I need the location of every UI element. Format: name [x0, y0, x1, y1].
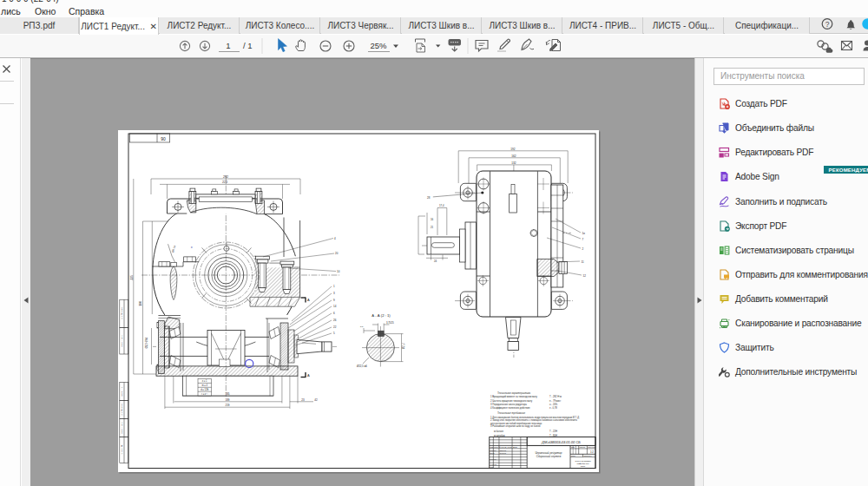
svg-text:20: 20: [335, 252, 339, 255]
svg-text:14: 14: [333, 305, 337, 308]
svg-text:Подп. и дата: Подп. и дата: [121, 422, 122, 434]
svg-text:189: 189: [225, 398, 229, 402]
svg-text:u - 20%: u - 20%: [549, 403, 558, 406]
svg-text:219: 219: [225, 404, 229, 407]
svg-text:3 Рабочивает открытие шли по б: 3 Рабочивает открытие шли по боду не бол…: [490, 424, 541, 428]
svg-text:Ø22,5 м6: Ø22,5 м6: [357, 364, 367, 368]
svg-text:d = 12Б: d = 12Б: [201, 388, 208, 391]
svg-text:Инв. № подл.: Инв. № подл.: [121, 306, 122, 319]
svg-text:з - 0,78: з - 0,78: [549, 406, 557, 410]
svg-text:1в: 1в: [582, 232, 586, 235]
svg-text:в: в: [191, 246, 193, 249]
svg-text:А: А: [307, 298, 310, 302]
svg-text:м батоке: м батоке: [494, 430, 503, 433]
svg-text:9: 9: [333, 299, 335, 302]
svg-text:Пров.: Пров.: [490, 452, 495, 454]
svg-text:292: 292: [223, 175, 228, 179]
svg-text:26: 26: [333, 319, 337, 322]
svg-text:21: 21: [431, 226, 434, 229]
svg-text:28: 28: [427, 196, 431, 200]
svg-text:для контроля чистобый перебова: для контроля чистобый перебования тельни…: [490, 422, 542, 425]
svg-text:ДМ-б3В003-03.01.00 СБ: ДМ-б3В003-03.01.00 СБ: [541, 440, 581, 444]
svg-text:Н.контр.: Н.контр.: [490, 463, 497, 465]
svg-text:Лист: Лист: [571, 455, 575, 456]
svg-text:1: 1: [226, 41, 230, 50]
svg-text:Взам. инв.: Взам. инв.: [121, 386, 122, 396]
svg-text:5: 5: [333, 332, 335, 335]
svg-text:162: 162: [511, 154, 516, 158]
svg-text:Листов 1: Листов 1: [584, 455, 593, 456]
svg-text:224: 224: [222, 181, 227, 184]
svg-text:1: 1: [333, 285, 335, 288]
svg-text:11: 11: [582, 260, 584, 264]
svg-text:23: 23: [301, 398, 305, 402]
svg-text:Изм Лист № докум. Подп. Дата: Изм Лист № докум. Подп. Дата: [490, 446, 517, 448]
svg-text:5,5: 5,5: [360, 325, 364, 328]
svg-text:192: 192: [510, 148, 516, 151]
svg-text:10: 10: [337, 270, 340, 273]
svg-text:Справ. №: Справ. №: [121, 444, 122, 454]
svg-text:Т - 80Н: Т - 80Н: [549, 434, 557, 437]
svg-text:3: 3: [333, 292, 335, 295]
svg-text:Масштаб: Масштаб: [588, 446, 596, 448]
svg-text:Ø21,4: Ø21,4: [402, 342, 405, 349]
svg-text:А: А: [307, 373, 310, 378]
svg-text:n - 79 мин¹: n - 79 мин¹: [549, 399, 561, 403]
svg-text:1 Вращающий момент на тихоходн: 1 Вращающий момент на тихоходном валу: [490, 395, 537, 398]
svg-text:2 Завод чтоб покрытие обеспечи: 2 Завод чтоб покрытие обеспечить с помощ…: [490, 418, 578, 422]
svg-text:16: 16: [431, 218, 434, 221]
svg-text:1 Для смазывания болтов исполь: 1 Для смазывания болтов использовать инд…: [490, 416, 579, 419]
svg-text:Т.контр.: Т.контр.: [490, 458, 496, 460]
svg-text:2019: 2019: [580, 465, 586, 468]
svg-text:м читобов: м читобов: [494, 434, 505, 437]
svg-text:4: 4: [334, 237, 336, 240]
svg-text:190: 190: [139, 301, 142, 306]
svg-text:Подп. и дата: Подп. и дата: [121, 335, 122, 347]
svg-text:Техническая характеристика: Техническая характеристика: [497, 391, 531, 395]
svg-text:2: 2: [582, 247, 584, 251]
svg-text:3,75/25: 3,75/25: [386, 321, 394, 325]
svg-text:Разраб.: Разраб.: [490, 450, 496, 451]
svg-text:7: 7: [582, 238, 584, 241]
svg-text:Инв. № дубл.: Инв. № дубл.: [121, 404, 122, 417]
svg-text:42: 42: [314, 398, 318, 402]
svg-text:1:2: 1:2: [590, 450, 594, 454]
svg-text:Лит.: Лит.: [571, 446, 575, 448]
svg-text:24: 24: [434, 259, 437, 263]
svg-text:Червячный редуктор: Червячный редуктор: [536, 451, 562, 455]
svg-text:6: 6: [333, 312, 335, 315]
svg-text:Ø6,1а: Ø6,1а: [171, 245, 176, 253]
svg-text:25%: 25%: [370, 41, 387, 50]
svg-text:Сборочный чертеж: Сборочный чертеж: [536, 455, 562, 458]
svg-text:Утв.: Утв.: [490, 466, 494, 468]
svg-text:Петров: Петров: [500, 452, 507, 454]
svg-text:4 Коэффициент полезного действ: 4 Коэффициент полезного действия: [490, 406, 530, 410]
svg-text:22: 22: [333, 325, 337, 329]
svg-text:2 Частота вращения тихоходного: 2 Частота вращения тихоходного валу: [490, 399, 533, 403]
svg-text:Т - 22Н: Т - 22Н: [549, 430, 557, 433]
svg-text:Иванов: Иванов: [500, 450, 507, 451]
svg-text:m = 4: m = 4: [201, 384, 207, 387]
svg-text:Ø32 H7/k6: Ø32 H7/k6: [145, 337, 148, 348]
svg-text:г = к⁻¹: г = к⁻¹: [201, 393, 207, 396]
svg-text:z = 1: z = 1: [202, 379, 207, 383]
svg-text:335: 335: [130, 275, 134, 280]
svg-text:А - А (2 : 1): А - А (2 : 1): [372, 313, 391, 318]
svg-text:3 Передаточное число редуктора: 3 Передаточное число редуктора: [490, 403, 527, 406]
svg-text:/ 1: / 1: [243, 41, 253, 50]
svg-text:Т - 282 Н·м: Т - 282 Н·м: [549, 395, 562, 398]
svg-text:?: ?: [825, 20, 830, 29]
svg-text:12: 12: [583, 274, 587, 278]
svg-text:17,4: 17,4: [439, 204, 444, 207]
svg-text:Технические требования: Технические требования: [497, 411, 525, 415]
svg-text:132: 132: [511, 161, 516, 165]
svg-text:90: 90: [161, 136, 166, 141]
svg-text:Масса: Масса: [580, 446, 586, 448]
